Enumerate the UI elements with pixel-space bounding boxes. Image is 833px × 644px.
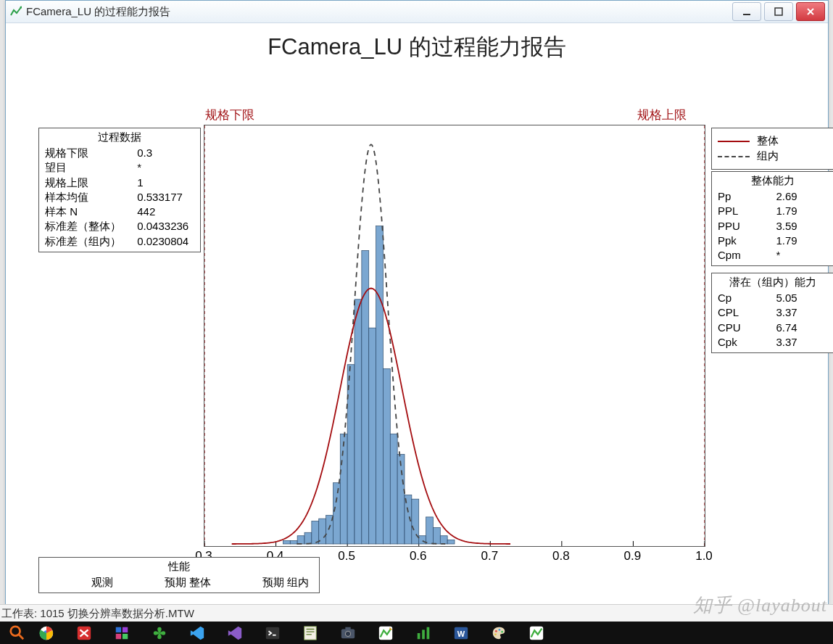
process-data-header: 过程数据 [43,131,196,144]
overall-capability-header: 整体能力 [716,174,829,188]
worksheet-bar: 工作表: 1015 切换分辨率数据分析.MTW [0,604,833,622]
report-content: FCamera_LU 的过程能力报告 规格下限 规格上限 过程数据 规格下限0.… [6,23,828,604]
svg-rect-35 [426,517,434,544]
svg-text:W: W [457,629,465,637]
taskbar-terminal-icon[interactable] [254,622,291,644]
legend-within-line-icon [718,156,750,157]
svg-rect-38 [447,540,455,544]
legend-box: 整体 组内 [711,128,833,170]
svg-rect-48 [266,627,279,639]
svg-rect-23 [340,434,347,544]
svg-rect-22 [333,483,340,544]
svg-rect-45 [123,627,128,632]
svg-point-52 [345,631,350,636]
svg-rect-55 [418,633,420,639]
svg-rect-19 [312,521,319,544]
overall-capability-box: 整体能力 Pp2.69 PPL1.79 PPU3.59 Ppk1.79 Cpm* [711,171,833,266]
taskbar-xmind-icon[interactable] [65,622,103,644]
svg-rect-36 [433,528,440,544]
chart-svg [204,125,705,546]
lsl-label: 规格下限 [205,107,254,123]
svg-rect-53 [345,627,350,629]
within-capability-box: 潜在（组内）能力 Cp5.05 CPL3.37 CPU6.74 Cpk3.37 [711,273,833,353]
close-button[interactable] [796,2,825,21]
svg-rect-27 [369,328,376,544]
svg-rect-15 [283,541,290,544]
worksheet-name: 工作表: 1015 切换分辨率数据分析.MTW [1,607,194,621]
taskbar-visualstudio-icon[interactable] [216,622,254,644]
svg-rect-44 [116,627,121,632]
svg-rect-56 [422,629,425,639]
performance-box: 性能 观测 预期 整体 预期 组内 [38,557,320,593]
app-icon [10,6,22,17]
taskbar-app1-icon[interactable] [103,622,141,644]
taskbar-chrome-icon[interactable] [28,622,65,644]
taskbar-word-icon[interactable]: W [442,622,480,644]
x-tick-label: 0.9 [624,549,642,564]
legend-overall-line-icon [718,141,750,142]
svg-rect-17 [297,536,304,544]
svg-rect-1 [743,14,750,15]
legend-within-label: 组内 [757,149,779,163]
svg-rect-29 [383,368,390,544]
performance-header: 性能 [43,560,315,574]
svg-rect-46 [116,633,121,638]
taskbar-paint-icon[interactable] [480,622,518,644]
svg-rect-31 [397,454,405,544]
search-icon[interactable] [9,624,25,643]
x-tick-label: 1.0 [695,549,713,564]
svg-rect-16 [290,541,297,544]
taskbar-camera-icon[interactable] [329,622,367,644]
taskbar-vscode-icon[interactable] [178,622,216,644]
taskbar-minitab-icon[interactable] [367,622,405,644]
titlebar: FCamera_LU 的过程能力报告 [6,1,828,23]
svg-rect-47 [123,633,128,638]
window-title: FCamera_LU 的过程能力报告 [26,5,170,19]
taskbar-clover-icon[interactable] [141,622,178,644]
x-tick-label: 0.5 [338,549,355,564]
taskbar: W [0,622,833,644]
svg-rect-57 [427,627,430,639]
svg-point-63 [494,633,497,635]
svg-rect-2 [775,8,782,15]
usl-label: 规格上限 [637,107,687,123]
legend-overall-label: 整体 [757,134,779,148]
app-window: FCamera_LU 的过程能力报告 FCamera_LU 的过程能力报告 规格… [5,0,829,605]
report-title: FCamera_LU 的过程能力报告 [6,32,828,62]
svg-rect-24 [347,365,355,544]
process-data-box: 过程数据 规格下限0.3 望目* 规格上限1 样本均值0.533177 样本 N… [38,128,201,252]
taskbar-notepadpp-icon[interactable] [291,622,329,644]
capability-chart [204,125,705,547]
svg-point-61 [499,629,501,631]
x-tick-label: 0.6 [410,549,427,564]
svg-point-62 [501,630,503,632]
svg-rect-30 [390,434,397,544]
x-tick-label: 0.8 [552,549,570,564]
x-tick-label: 0.7 [481,549,498,564]
minimize-button[interactable] [732,2,761,21]
svg-rect-50 [304,626,317,639]
svg-point-39 [11,627,20,636]
svg-rect-26 [362,250,369,544]
taskbar-barchart-icon[interactable] [405,622,442,644]
svg-rect-34 [419,536,426,544]
svg-rect-25 [355,300,362,544]
svg-rect-37 [440,536,447,544]
maximize-button[interactable] [764,2,793,21]
svg-rect-18 [304,532,312,544]
svg-point-60 [495,629,497,632]
svg-rect-28 [376,226,384,544]
taskbar-app2-icon[interactable] [518,622,555,644]
svg-line-40 [19,635,23,639]
within-capability-header: 潜在（组内）能力 [716,276,829,289]
